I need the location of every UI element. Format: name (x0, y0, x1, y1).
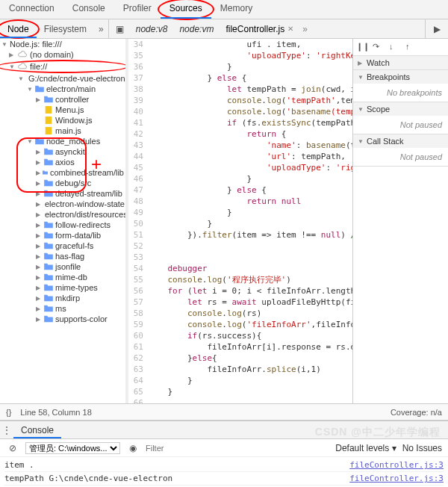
source-tree: ▼Node.js: file:/// ▶(no domain) ▼file://… (0, 39, 125, 403)
tree-pkg[interactable]: ▶jsonfile (0, 261, 125, 272)
callstack-header[interactable]: ▼Call Stack (353, 134, 448, 148)
folder-icon (44, 273, 53, 281)
tree-main[interactable]: main.js (0, 125, 125, 136)
code-content: ufi . item, 'uploadType': 'rightKey' } }… (148, 39, 352, 403)
folder-icon (44, 263, 53, 270)
tree-pkg[interactable]: ▶ms (0, 303, 125, 314)
clear-console-icon[interactable]: ⊘ (6, 441, 19, 455)
levels-dropdown[interactable]: Default levels ▾ (335, 443, 396, 453)
coverage-status: Coverage: n/a (391, 408, 442, 417)
breakpoints-header[interactable]: ▼Breakpoints (353, 70, 448, 84)
tree-electronmain[interactable]: ▼electron/main (0, 84, 125, 94)
tree-window[interactable]: Window.js (0, 115, 125, 125)
watermark: CSDN @中二少年学编程 (315, 426, 441, 439)
tab-profiler[interactable]: Profiler (114, 0, 161, 19)
folder-icon (44, 242, 53, 249)
cloud-icon (17, 51, 28, 58)
tree-project[interactable]: ▼G:/cnde/cnde-vue-electron (0, 73, 125, 84)
tree-pkg[interactable]: ▶debug/src (0, 178, 125, 188)
folder-icon (44, 179, 53, 187)
tree-nodemodules[interactable]: ▼node_modules (0, 136, 125, 146)
pause-icon[interactable]: ❙❙ (356, 42, 370, 52)
step-over-icon[interactable]: ↷ (373, 42, 386, 52)
svg-rect-1 (46, 117, 52, 124)
svg-rect-0 (46, 106, 52, 114)
tree-filescheme[interactable]: ▼file:// (0, 61, 125, 72)
tree-pkg[interactable]: ▶electron-window-state (0, 199, 125, 209)
step-into-icon[interactable]: ↓ (389, 42, 402, 52)
folder-icon (35, 137, 44, 145)
js-file-icon (44, 127, 53, 134)
filetab-nodevm[interactable]: node:vm (176, 22, 217, 36)
eye-icon[interactable]: ◉ (126, 441, 140, 455)
code-editor[interactable]: 3435363738394041424344454647484950515253… (128, 39, 352, 403)
folder-icon (44, 190, 53, 197)
file-nav-icon[interactable]: ▣ (113, 22, 127, 36)
tree-controller[interactable]: ▶controller (0, 94, 125, 105)
tree-pkg[interactable]: ▶form-data/lib (0, 230, 125, 241)
tree-pkg[interactable]: ▶axios (0, 157, 125, 167)
filetab-nodev8[interactable]: node:v8 (133, 22, 171, 36)
filetab-filecontroller[interactable]: fileController.js✕ (223, 22, 296, 36)
watch-header[interactable]: ▶Watch (353, 56, 448, 69)
folder-icon (44, 232, 53, 239)
tree-pkg[interactable]: ▶asynckit (0, 146, 125, 157)
tree-pkg[interactable]: ▶mkdirp (0, 293, 125, 303)
tree-pkg[interactable]: ▶delayed-stream/lib (0, 188, 125, 199)
folder-icon (44, 252, 53, 260)
folder-icon (44, 294, 53, 302)
drawer-menu-icon[interactable]: ⋮ (0, 424, 13, 437)
tree-pkg[interactable]: ▶mime-types (0, 282, 125, 293)
tab-connection[interactable]: Connection (0, 0, 63, 19)
js-file-icon (44, 106, 53, 114)
folder-icon (44, 315, 53, 323)
tree-pkg[interactable]: ▶electron/dist/resources (0, 209, 125, 220)
scope-header[interactable]: ▼Scope (353, 102, 448, 116)
js-file-icon (44, 117, 53, 124)
folder-icon (44, 221, 53, 229)
tree-pkg[interactable]: ▶combined-stream/lib (0, 167, 125, 178)
console-filter-input[interactable] (146, 444, 329, 453)
tab-console[interactable]: Console (63, 0, 114, 19)
console-output: item .fileController.js:3tempPath G:\cnd… (0, 457, 448, 487)
tab-sources[interactable]: Sources (161, 0, 211, 19)
issues-status[interactable]: No Issues (402, 443, 442, 453)
tree-menu[interactable]: Menu.js (0, 105, 125, 115)
step-out-icon[interactable]: ↑ (405, 42, 419, 52)
more-files-icon[interactable]: » (302, 24, 308, 34)
console-tab[interactable]: Console (13, 422, 61, 438)
console-context-select[interactable]: 管理员: C:\windows... (25, 442, 120, 454)
console-row: item .fileController.js:3 (4, 459, 444, 472)
tree-pkg[interactable]: ▶follow-redirects (0, 220, 125, 230)
subtab-filesystem[interactable]: Filesystem (37, 21, 94, 37)
svg-rect-2 (46, 127, 52, 134)
line-numbers: 3435363738394041424344454647484950515253… (128, 39, 148, 403)
console-row: tempPath G:\cnde\cnde-vue-electronfileCo… (4, 472, 444, 486)
folder-icon (44, 305, 53, 312)
cloud-icon (17, 63, 28, 70)
subtab-node[interactable]: Node (0, 21, 37, 37)
tree-pkg[interactable]: ▶supports-color (0, 314, 125, 324)
debugger-panel: ❙❙ ↷ ↓ ↑ ▶Watch ▼BreakpointsNo breakpoin… (352, 39, 448, 403)
folder-icon (44, 148, 53, 155)
folder-icon (43, 169, 48, 176)
close-icon[interactable]: ✕ (287, 25, 293, 33)
folder-icon (44, 284, 53, 291)
tree-root[interactable]: ▼Node.js: file:/// (0, 39, 125, 49)
tree-pkg[interactable]: ▶has-flag (0, 251, 125, 261)
folder-icon (44, 158, 53, 166)
more-tabs-icon[interactable]: » (94, 24, 108, 34)
tree-pkg[interactable]: ▶mime-db (0, 272, 125, 282)
play-icon[interactable]: ▶ (430, 22, 444, 36)
cursor-position: Line 58, Column 18 (20, 408, 91, 417)
tree-pkg[interactable]: ▶graceful-fs (0, 241, 125, 251)
tree-nodomain[interactable]: ▶(no domain) (0, 49, 125, 60)
tab-memory[interactable]: Memory (211, 0, 261, 19)
pretty-print-icon[interactable]: {} (6, 408, 11, 417)
folder-icon (44, 96, 53, 103)
folder-icon (35, 85, 44, 93)
